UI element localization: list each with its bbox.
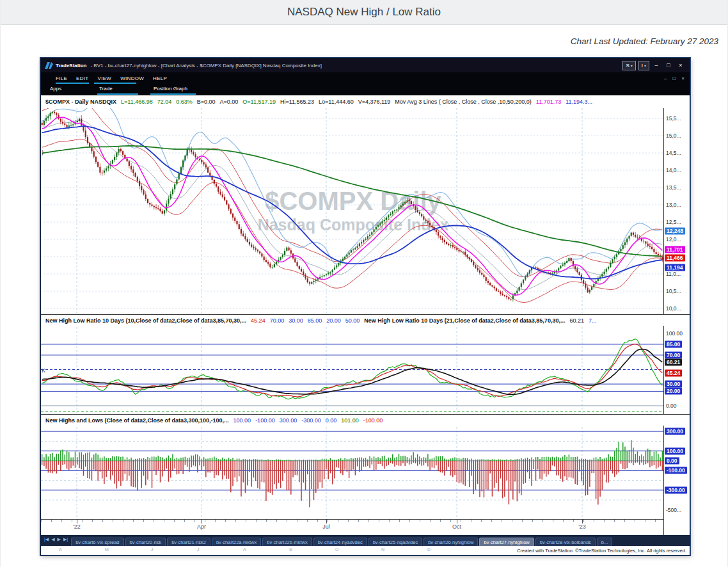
header-segment: 7... [589, 317, 597, 324]
x-axis-label: '23 [578, 523, 586, 530]
minimize-button[interactable]: – [651, 62, 661, 68]
workspace-tab-bv-chart22b-mktwx[interactable]: bv-chart22b-mktwx [262, 538, 312, 546]
toolbar-tab-position-graph[interactable]: Position Graph [154, 86, 187, 92]
price-scale-label: 10,0... [666, 305, 681, 312]
child-window-controls: – □ × [664, 76, 684, 81]
window-title: - BV1 - bv-chart27-nyhighlow - [Chart An… [90, 63, 321, 68]
header-segment: 0.63% [176, 99, 193, 105]
menu-window[interactable]: WINDOW [116, 76, 148, 81]
tradestation-window: TradeStation - BV1 - bv-chart27-nyhighlo… [40, 58, 690, 555]
tab-nav-arrow-icon[interactable]: ▶ [58, 537, 61, 542]
toolbar-tab-trade[interactable]: Trade [99, 86, 113, 92]
workspace-tab-bv-chart21-risk2[interactable]: bv-chart21-risk2 [167, 538, 210, 546]
menu-view[interactable]: VIEW [93, 76, 116, 81]
restore-button[interactable]: □ [663, 62, 674, 68]
price-scale-label: 12,5... [666, 219, 681, 225]
header-segment: New High Low Ratio 10 Days (21,Close of … [364, 317, 565, 324]
x-axis-label: Oct [452, 523, 461, 530]
header-segment: O=11,517.19 [242, 99, 276, 105]
x-axis-tick [77, 520, 77, 523]
workspace-tab-bv-chart6-vix-spread[interactable]: bv-chart6-vix-spread [71, 538, 123, 546]
faint-month-label: M [105, 547, 109, 552]
header-segment: 30.00 [289, 317, 303, 324]
workspace-tab-bv-chart24-nyadvdec[interactable]: bv-chart24-nyadvdec [313, 538, 367, 546]
header-segment: 0.00 [326, 417, 337, 424]
chart-area[interactable]: $COMPX Daily Nasdaq Composite Index $COM… [41, 95, 690, 535]
header-segment: -100.00 [255, 417, 275, 424]
menu-file[interactable]: FILE [51, 76, 72, 81]
page-header: NASDAQ New High / Low Ratio [1, 0, 727, 25]
header-segment: Lo=11,444.60 [319, 99, 354, 105]
header-segment: 11,194.3... [566, 99, 592, 105]
faint-month-label: J [151, 547, 154, 552]
tab-accent-bar [150, 93, 196, 95]
workspace-tab-bv-chart26-nyhighlow[interactable]: bv-chart26-nyhighlow [423, 538, 478, 546]
ratio-tag: 30.00 [665, 381, 682, 388]
price-scale-label: 15,0... [666, 132, 681, 139]
x-axis-tick [202, 520, 202, 523]
highlow-tag: 100.00 [665, 447, 685, 454]
faint-month-label: A [59, 547, 62, 552]
header-segment: $COMPX - Daily NASDQIX [45, 99, 116, 105]
style-dropdown-button[interactable]: S▾ [622, 61, 635, 70]
faint-month-label: S [289, 547, 292, 552]
x-axis-tick [326, 520, 327, 523]
highlow-tag: -100.00 [665, 467, 687, 474]
header-segment: 101.00 [341, 417, 359, 424]
header-segment: V=4,376,119 [358, 99, 391, 105]
menu-help[interactable]: HELP [148, 76, 171, 81]
header-segment: 20.00 [326, 317, 341, 324]
clipped-left-label: ) [42, 149, 44, 156]
header-segment: B=0.00 [197, 99, 216, 105]
ratio-scale-label: 100.00 [666, 330, 683, 337]
chevron-down-icon: ▾ [631, 63, 633, 68]
last-updated-note: Chart Last Updated: February 27 2023 [571, 36, 718, 46]
workspace-tab-bv-chart25-nqadvdec[interactable]: bv-chart25-nqadvdec [368, 538, 422, 546]
workspace-tab-list: bv-chart6-vix-spreadbv-chart20-riskbv-ch… [71, 535, 612, 546]
price-tag: 11,466 [665, 254, 685, 261]
highlow-tag: -300.00 [665, 486, 687, 493]
highlow-scale-label: -500... [666, 507, 681, 513]
workspace-tab-b...[interactable]: b... [597, 538, 612, 546]
workspace-tab-bv-chart27-nyhighlow[interactable]: bv-chart27-nyhighlow [479, 538, 534, 546]
page-title: NASDAQ New High / Low Ratio [287, 6, 441, 19]
toolbar-tab-apps[interactable]: Apps [50, 86, 61, 92]
price-tag: 12,248 [665, 227, 685, 234]
price-tag: 11,194 [665, 264, 685, 271]
workspace-tab-bv-chart22a-mktwx[interactable]: bv-chart22a-mktwx [212, 538, 261, 546]
workspace-tab-bv-chart28-vix-bolbands[interactable]: bv-chart28-vix-bolbands [535, 538, 596, 546]
price-scale-label: 15,5... [666, 115, 681, 122]
price-scale-label: 12,0... [666, 236, 681, 243]
header-segment: 85.00 [308, 317, 322, 324]
tab-nav-arrow-icon[interactable]: ◀ [51, 537, 54, 542]
ratio-indicator-header: New High Low Ratio 10 Days (10,Close of … [41, 314, 690, 326]
child-restore-icon[interactable]: □ [672, 76, 676, 81]
header-segment: Hi=11,565.23 [280, 99, 314, 105]
ratio-tag: 85.00 [665, 340, 682, 347]
menu-edit[interactable]: EDIT [72, 76, 93, 81]
child-minimize-icon[interactable]: – [664, 76, 667, 81]
close-button[interactable]: × [676, 62, 686, 68]
tab-nav-arrow-icon[interactable]: ▶| [63, 537, 68, 542]
ratio-tag: 70.00 [665, 351, 682, 358]
header-segment: 72.04 [157, 99, 172, 105]
time-axis: '22AprJulOct'23 [41, 519, 690, 535]
header-segment: L=11,466.98 [121, 99, 153, 105]
symbol-status-line: $COMPX - Daily NASDQIXL=11,466.9872.040.… [41, 95, 690, 108]
window-footer-strip: AMJJASOND Created with TradeStation. ©Tr… [41, 546, 690, 555]
toolbar-tab-row: Apps Trade Position Graph [41, 84, 690, 95]
x-axis-label: '22 [73, 523, 81, 530]
tab-accent-bar [97, 93, 138, 95]
interval-dropdown-button[interactable]: I▾ [638, 61, 649, 70]
tab-nav-arrow-icon[interactable]: |◀ [44, 537, 49, 542]
clipped-left-label: K [42, 367, 45, 374]
child-close-icon[interactable]: × [681, 76, 684, 81]
copyright-note: Created with TradeStation. ©TradeStation… [517, 548, 686, 554]
faint-month-label: A [243, 547, 246, 552]
header-segment: 60.21 [569, 317, 584, 324]
x-axis-tick [582, 520, 583, 523]
highlow-tag: 300.00 [665, 428, 685, 435]
header-segment: -100.00 [363, 417, 383, 424]
workspace-tab-bv-chart20-risk[interactable]: bv-chart20-risk [125, 538, 166, 546]
price-tag: 11,701 [665, 246, 685, 253]
